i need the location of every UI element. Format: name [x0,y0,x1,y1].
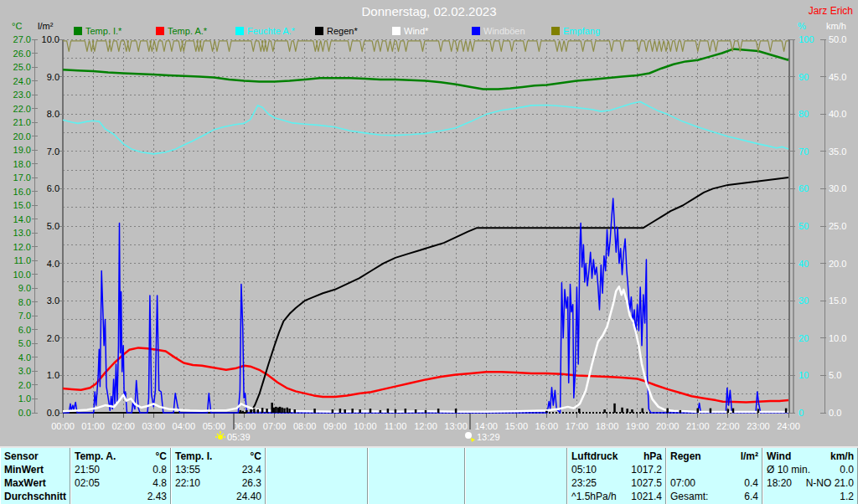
svg-text:21:00: 21:00 [686,421,710,431]
cell-right: km/h [830,450,854,463]
svg-text:07:00: 07:00 [263,421,287,431]
svg-text:80: 80 [799,109,809,119]
svg-text:02:00: 02:00 [111,421,135,431]
table-row [372,476,461,490]
stats-table: SensorMinWertMaxWertDurchschnittTemp. A.… [0,446,858,504]
stat-column-temp-a-: Temp. A.°C21:500.802:054.82.43 [70,448,171,504]
svg-text:60: 60 [799,183,809,193]
cell-left: 23:25 [571,476,597,490]
svg-text:26.0: 26.0 [13,49,31,59]
cell-left: Sensor [4,450,39,463]
row-header-column: SensorMinWertMaxWertDurchschnitt [0,448,70,504]
svg-text:5.0: 5.0 [829,370,841,380]
table-row: 22:1026.3 [175,476,261,490]
svg-text:10: 10 [799,370,809,380]
svg-text:10.0: 10.0 [13,270,31,280]
cell-left: 18:20 [767,476,792,490]
cell-left: Luftdruck [571,450,618,463]
cell-left: Gesamt: [670,490,708,503]
cell-left: Durchschnitt [4,490,66,503]
cell-right: 2.43 [147,490,167,503]
table-row: Ø 10 min.0.0 [767,463,854,476]
cell-left: Temp. I. [175,450,212,463]
svg-text:40.0: 40.0 [829,109,846,119]
svg-text:100: 100 [799,34,814,44]
moonrise-icon [463,430,477,443]
svg-text:11.0: 11.0 [13,255,31,265]
svg-text:1.0: 1.0 [18,393,31,404]
cell-left: ^1.5hPa/h [571,490,617,503]
svg-text:17:00: 17:00 [566,421,589,431]
svg-text:11:00: 11:00 [385,421,407,431]
cell-left: 05:10 [571,463,597,476]
svg-text:9.0: 9.0 [47,72,59,82]
table-row: 24.40 [175,490,261,503]
svg-text:20:00: 20:00 [656,421,680,431]
svg-text:24.0: 24.0 [13,76,31,86]
cell-right: 1.2 [840,490,854,503]
cell-right: 23.4 [242,463,261,476]
table-row [670,463,758,476]
svg-text:03:00: 03:00 [142,421,165,431]
table-row: 23:251027.5 [571,476,662,490]
svg-text:5.0: 5.0 [18,338,31,348]
cell-right: 4.8 [152,476,167,490]
svg-text:3.0: 3.0 [47,296,59,306]
svg-text:16:00: 16:00 [535,421,559,431]
svg-text:20: 20 [799,333,809,343]
svg-text:10.0: 10.0 [42,34,59,44]
cell-left: MinWert [4,463,44,476]
svg-text:16.0: 16.0 [13,187,31,197]
stat-column-empty-2 [266,448,368,504]
table-row: Sensor [4,450,66,463]
table-row [372,490,461,503]
stat-column-wind: Windkm/hØ 10 min.0.018:20N-NO 21.01.2 [762,448,858,504]
table-row: Windkm/h [767,450,854,463]
svg-text:0.0: 0.0 [47,408,59,418]
svg-text:1.0: 1.0 [47,370,59,380]
svg-text:20.0: 20.0 [829,259,846,269]
litre-axis: 10.09.08.07.06.05.04.03.02.01.00.0 [42,34,64,418]
svg-text:18.0: 18.0 [13,159,31,169]
svg-text:4.0: 4.0 [18,352,31,363]
svg-text:25.0: 25.0 [829,221,846,231]
cell-right: 6.4 [744,490,758,503]
cell-left: 07:00 [670,476,695,490]
svg-text:50.0: 50.0 [829,34,846,44]
table-row: ^1.5hPa/h1021.4 [571,490,662,503]
svg-text:18:00: 18:00 [596,421,619,431]
svg-text:08:00: 08:00 [293,421,317,431]
cell-left: Wind [767,450,791,463]
sunrise-marker: 05:39 [214,430,251,444]
svg-text:90: 90 [799,72,809,82]
svg-text:6.0: 6.0 [18,325,31,335]
cell-right: 24.40 [236,490,261,503]
table-row [372,450,461,463]
table-row [372,463,461,476]
table-row [270,450,364,463]
table-row: 2.43 [75,490,167,503]
svg-text:3.0: 3.0 [18,366,31,376]
svg-text:0.0: 0.0 [18,408,31,418]
table-row: 21:500.8 [75,463,167,476]
cell-right: 1017.2 [631,463,662,476]
svg-text:00:00: 00:00 [51,421,75,431]
svg-text:12.0: 12.0 [13,242,31,252]
svg-text:9.0: 9.0 [18,283,31,293]
cell-left: Ø 10 min. [767,463,810,476]
svg-text:12:00: 12:00 [414,421,437,431]
table-row: 13:5523.4 [175,463,261,476]
cell-right: 1021.4 [631,490,662,503]
stat-column-empty-3 [368,448,465,504]
table-row: 05:101017.2 [571,463,662,476]
svg-text:70: 70 [799,147,809,157]
stat-column-temp-i-: Temp. I.°C13:5523.422:1026.324.40 [171,448,266,504]
svg-text:19.0: 19.0 [13,145,31,155]
table-row: Temp. A.°C [75,450,167,463]
cell-right: l/m² [741,450,758,463]
svg-text:22.0: 22.0 [13,104,31,114]
svg-text:21.0: 21.0 [13,117,31,127]
cell-right: °C [156,450,167,463]
cell-right: 26.3 [242,476,261,490]
svg-text:0.0: 0.0 [829,408,841,418]
